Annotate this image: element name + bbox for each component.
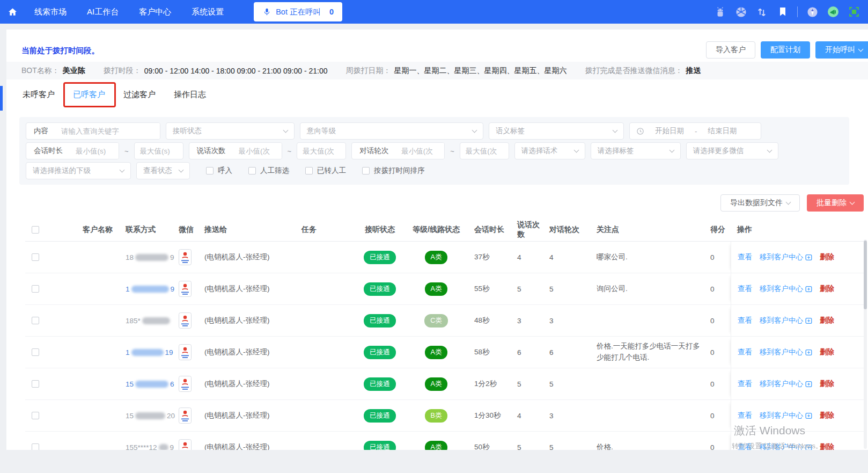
checkbox-manual-filter[interactable]: 人工筛选 — [248, 166, 289, 176]
android-icon[interactable] — [713, 5, 726, 18]
configure-plan-button[interactable]: 配置计划 — [761, 41, 810, 59]
view-link[interactable]: 查看 — [738, 284, 752, 294]
checkbox-inbound[interactable]: 呼入 — [206, 166, 232, 176]
date-separator: - — [695, 127, 697, 135]
duration-min-input[interactable] — [70, 143, 119, 159]
row-checkbox[interactable] — [32, 253, 39, 261]
filter-panel: 内容 接听状态 意向等级 语义标签 开始日期 - — [19, 117, 849, 185]
wechat-card-icon[interactable] — [179, 312, 192, 329]
wechat-card-icon[interactable] — [179, 281, 192, 297]
talk-count-label: 说话次数 — [189, 143, 233, 159]
vertical-scrollbar[interactable] — [864, 239, 867, 449]
rounds-max-input[interactable] — [460, 142, 509, 159]
chevron-down-icon — [786, 199, 791, 205]
checkbox-transferred-to-human[interactable]: 已转人工 — [305, 166, 346, 176]
move-to-customer-center-link[interactable]: 移到客户中心 — [760, 411, 812, 420]
checkbox-sort-by-call-time[interactable]: 按拨打时间排序 — [362, 166, 425, 176]
tilde-separator: ~ — [124, 147, 129, 155]
row-checkbox[interactable] — [32, 380, 39, 388]
delete-link[interactable]: 删除 — [820, 347, 834, 357]
phone-masked-segment — [135, 381, 168, 388]
score-cell: 0 — [703, 412, 731, 420]
home-icon[interactable] — [5, 5, 19, 19]
talk-count-cell: 6 — [511, 348, 542, 356]
contact-phone: 189 — [126, 253, 174, 261]
row-checkbox[interactable] — [32, 348, 39, 356]
push-subordinate-select[interactable]: 请选择推送的下级 — [26, 162, 131, 179]
move-to-customer-center-link[interactable]: 移到客户中心 — [760, 252, 812, 262]
keyword-input[interactable] — [56, 123, 160, 139]
talk-max-input[interactable] — [297, 142, 346, 159]
compass-icon[interactable] — [806, 5, 819, 18]
export-data-button[interactable]: 导出数据到文件 — [720, 194, 800, 212]
row-checkbox[interactable] — [32, 285, 39, 293]
table-row: 19 (电销机器人-张经理) 已接通 A类 55秒 5 5 询问公司. 0 查看… — [25, 273, 864, 305]
wechat-card-icon[interactable] — [179, 376, 192, 392]
batch-delete-button[interactable]: 批量删除 — [807, 194, 864, 212]
tag-select[interactable]: 请选择标签 — [591, 142, 681, 159]
delete-link[interactable]: 删除 — [820, 284, 834, 294]
chevron-down-icon — [179, 167, 184, 172]
start-call-button[interactable]: 开始呼叫 — [815, 41, 868, 59]
move-to-customer-center-link[interactable]: 移到客户中心 — [760, 347, 812, 357]
move-to-customer-center-link[interactable]: 移到客户中心 — [760, 442, 812, 450]
tab-uncalled-customers[interactable]: 未呼客户 — [21, 86, 56, 103]
wechat-card-icon[interactable] — [179, 249, 192, 265]
screen: 线索市场 AI工作台 客户中心 系统设置 Bot 正在呼叫 0 — [0, 0, 868, 473]
row-checkbox[interactable] — [32, 412, 39, 419]
view-link[interactable]: 查看 — [738, 316, 752, 325]
import-customers-button[interactable]: 导入客户 — [706, 41, 755, 59]
tilde-separator: ~ — [288, 147, 292, 155]
view-link[interactable]: 查看 — [738, 252, 752, 262]
date-range-picker[interactable]: 开始日期 - 结束日期 — [629, 122, 761, 140]
wechat-card-icon[interactable] — [179, 407, 192, 424]
delete-link[interactable]: 删除 — [820, 411, 834, 420]
col-score: 得分 — [703, 225, 731, 235]
view-link[interactable]: 查看 — [738, 442, 752, 450]
scrollbar-thumb[interactable] — [864, 241, 867, 309]
score-cell: 0 — [703, 380, 731, 388]
listen-status-select[interactable]: 接听状态 — [166, 122, 295, 140]
delete-link[interactable]: 删除 — [820, 316, 834, 325]
talk-min-input[interactable] — [233, 143, 282, 159]
fullscreen-icon[interactable] — [848, 5, 860, 18]
intent-level-select[interactable]: 意向等级 — [300, 122, 483, 140]
collapsed-drawer-handle[interactable] — [0, 86, 3, 111]
view-link[interactable]: 查看 — [738, 347, 752, 357]
bookmark-icon[interactable] — [776, 5, 789, 18]
more-wechat-select[interactable]: 请选择更多微信 — [686, 142, 778, 159]
view-status-select[interactable]: 查看状态 — [136, 162, 190, 179]
semantic-tag-select[interactable]: 语义标签 — [489, 122, 624, 140]
delete-link[interactable]: 删除 — [820, 252, 834, 262]
duration-max-input[interactable] — [134, 142, 183, 159]
score-cell: 0 — [703, 443, 731, 450]
nav-item-lead-market[interactable]: 线索市场 — [34, 7, 67, 17]
nav-item-system-settings[interactable]: 系统设置 — [192, 7, 224, 17]
delete-link[interactable]: 删除 — [820, 442, 834, 450]
megaphone-icon[interactable] — [827, 5, 840, 18]
sort-arrows-icon[interactable] — [755, 5, 768, 18]
tab-called-customers[interactable]: 已呼客户 — [72, 86, 106, 103]
select-all-checkbox[interactable] — [32, 226, 39, 234]
nav-item-customer-center[interactable]: 客户中心 — [139, 7, 171, 17]
col-task: 任务 — [295, 225, 355, 235]
tab-filtered-customers[interactable]: 过滤客户 — [122, 86, 157, 103]
table-header: 客户名称 联系方式 微信 推送给 任务 接听状态 等级/线路状态 会话时长 说话… — [25, 218, 864, 242]
delete-link[interactable]: 删除 — [820, 379, 834, 389]
tab-operation-log[interactable]: 操作日志 — [173, 86, 207, 103]
row-checkbox[interactable] — [32, 443, 39, 450]
aperture-icon[interactable] — [734, 5, 747, 18]
rounds-min-input[interactable] — [396, 143, 444, 159]
script-select[interactable]: 请选择话术 — [514, 142, 585, 159]
wechat-card-icon[interactable] — [179, 344, 192, 360]
view-link[interactable]: 查看 — [738, 411, 752, 420]
move-to-customer-center-link[interactable]: 移到客户中心 — [760, 284, 812, 294]
move-to-customer-center-link[interactable]: 移到客户中心 — [760, 316, 812, 325]
wechat-card-icon[interactable] — [179, 439, 192, 450]
nav-item-ai-workbench[interactable]: AI工作台 — [87, 7, 119, 17]
chevron-down-icon — [573, 147, 579, 152]
row-checkbox[interactable] — [32, 317, 39, 324]
view-link[interactable]: 查看 — [738, 379, 752, 389]
bot-calling-pill[interactable]: Bot 正在呼叫 0 — [254, 2, 342, 21]
move-to-customer-center-link[interactable]: 移到客户中心 — [760, 379, 812, 389]
